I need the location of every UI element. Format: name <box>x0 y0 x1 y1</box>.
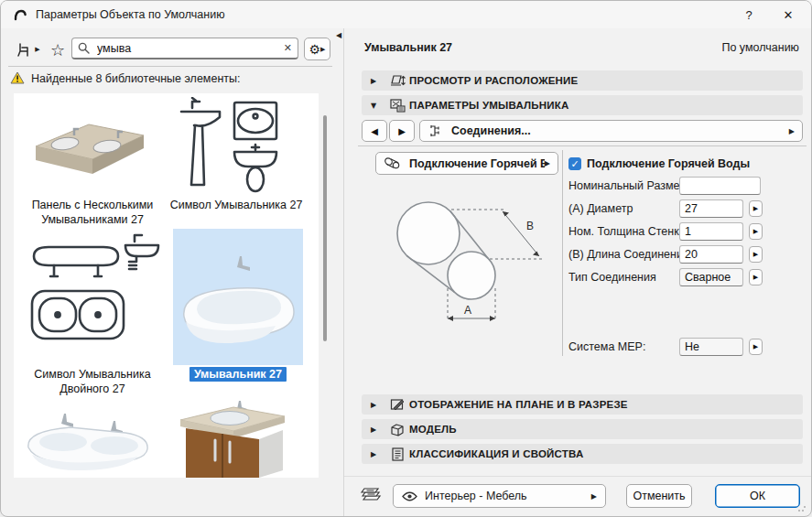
flyout-arrow-icon: ▶ <box>545 159 550 167</box>
search-input[interactable] <box>95 41 278 56</box>
prev-page-button[interactable]: ◀ <box>362 120 387 142</box>
hot-water-connection-button[interactable]: Подключение Горячей В... ▶ <box>375 152 558 175</box>
flyout-arrow-icon: ▶ <box>35 46 39 53</box>
mep-system-combo[interactable]: Не определ <box>679 338 743 356</box>
flyout-arrow-icon: ▶ <box>789 127 795 135</box>
connection-diagram: B A <box>387 186 552 339</box>
cancel-button[interactable]: Отменить <box>626 484 692 508</box>
list-item-label-selected[interactable]: Умывальник 27 <box>173 367 303 382</box>
title-bar: Параметры Объекта по Умолчанию ? ✕ <box>1 1 811 28</box>
object-settings-dialog: Параметры Объекта по Умолчанию ? ✕ ▶ ☆ ✕… <box>0 0 812 517</box>
hot-water-checkbox[interactable]: ✓ <box>568 157 581 170</box>
gear-icon: ⚙ <box>309 42 321 57</box>
search-field[interactable]: ✕ <box>71 38 298 59</box>
preview-position-icon <box>385 74 409 88</box>
help-button[interactable]: ? <box>733 3 764 27</box>
wall-thickness-input[interactable] <box>679 222 743 241</box>
layer-dropdown-label: Интерьер - Мебель <box>425 490 591 502</box>
layers-icon <box>359 487 383 503</box>
thumbnail-vanity-cabinet <box>175 400 288 478</box>
element-type-button[interactable]: ▶ <box>12 39 45 59</box>
connection-length-flyout-button[interactable]: ▶ <box>749 246 763 263</box>
section-sink-parameters[interactable]: ▼ ПАРАМЕТРЫ УМЫВАЛЬНИКА <box>362 95 803 115</box>
collapse-panel-icon[interactable]: ◀ <box>336 31 341 39</box>
warning-icon <box>10 71 25 84</box>
thumbnail-sink-3d <box>173 229 303 365</box>
list-item-selected[interactable] <box>173 229 303 365</box>
clear-search-icon[interactable]: ✕ <box>284 42 292 54</box>
thumbnail-sink-symbol <box>178 97 280 196</box>
parameters-icon <box>385 99 409 113</box>
panel-divider[interactable] <box>343 28 344 517</box>
parameter-page-label: Соединения... <box>451 124 789 137</box>
mep-system-label: Система MEP: <box>568 340 645 353</box>
field-label: (B) Длина Соединения <box>568 248 689 261</box>
next-page-button[interactable]: ▶ <box>389 120 415 142</box>
dim-label-b: B <box>526 220 534 232</box>
app-icon <box>14 8 27 22</box>
hot-water-checkbox-label[interactable]: Подключение Горячей Воды <box>587 157 750 170</box>
params-column-divider <box>562 150 563 356</box>
window-title: Параметры Объекта по Умолчанию <box>36 8 225 21</box>
default-mode-label: По умолчанию <box>721 41 799 54</box>
dim-label-a: A <box>464 304 471 317</box>
section-classification-properties[interactable]: ▶ КЛАССИФИКАЦИЯ И СВОЙСТВА <box>362 444 803 464</box>
list-item-label[interactable]: Панель с Несколькими Умывальниками 27 <box>19 198 166 227</box>
library-item-list[interactable]: Панель с Несколькими Умывальниками 27 Си… <box>14 93 319 478</box>
selected-object-title: Умывальник 27 <box>364 41 452 54</box>
params-separator <box>358 145 807 146</box>
list-scrollbar-thumb[interactable] <box>323 115 327 341</box>
pipe-connection-icon <box>384 157 402 169</box>
layer-dropdown[interactable]: Интерьер - Мебель ▶ <box>393 484 606 508</box>
nominal-size-input[interactable] <box>679 177 761 195</box>
connection-type-combo[interactable]: Сварное <box>679 268 743 286</box>
classification-icon <box>385 447 409 461</box>
favorites-button[interactable]: ☆ <box>47 38 69 61</box>
wall-thickness-flyout-button[interactable]: ▶ <box>749 223 763 240</box>
list-item[interactable] <box>21 231 163 363</box>
connection-length-input[interactable] <box>679 245 743 264</box>
chair-icon <box>16 42 32 58</box>
chevron-down-icon: ▼ <box>362 102 385 110</box>
section-floor-plan-section[interactable]: ▶ ОТОБРАЖЕНИЕ НА ПЛАНЕ И В РАЗРЕЗЕ <box>362 394 803 415</box>
footer-separator <box>344 476 812 477</box>
plan-section-icon <box>385 398 409 411</box>
ok-button[interactable]: ОК <box>715 484 800 508</box>
mep-system-flyout-button[interactable]: ▶ <box>749 339 763 355</box>
list-item[interactable] <box>175 400 288 478</box>
search-settings-button[interactable]: ⚙ ▶ <box>304 38 330 60</box>
search-icon <box>78 42 90 54</box>
chevron-right-icon: ▶ <box>362 401 385 409</box>
list-item-label[interactable]: Символ Умывальника 27 <box>168 198 305 212</box>
chevron-right-icon: ▶ <box>362 450 385 458</box>
results-count-text: Найденные 8 библиотечные элементы: <box>31 72 240 85</box>
connection-button-label: Подключение Горячей В... <box>409 157 545 170</box>
section-preview-position[interactable]: ▶ ПРОСМОТР И РАСПОЛОЖЕНИЕ <box>362 70 803 91</box>
close-button[interactable]: ✕ <box>773 3 804 27</box>
diameter-flyout-button[interactable]: ▶ <box>749 200 763 217</box>
chevron-right-icon: ▶ <box>362 425 385 434</box>
field-label: Номинальный Размер <box>568 179 687 192</box>
list-item-label[interactable]: Символ Умывальника Двойного 27 <box>19 367 166 396</box>
field-label: Тип Соединения <box>568 271 656 284</box>
flyout-arrow-icon: ▶ <box>591 492 597 501</box>
section-model[interactable]: ▶ МОДЕЛЬ <box>362 419 803 439</box>
list-item[interactable] <box>27 99 150 196</box>
connection-type-flyout-button[interactable]: ▶ <box>749 269 763 285</box>
diameter-input[interactable] <box>679 199 743 218</box>
search-separator <box>8 66 332 67</box>
thumbnail-double-sink-symbol <box>21 231 163 363</box>
chevron-right-icon: ▶ <box>362 77 385 85</box>
pipe-fitting-icon <box>428 124 444 137</box>
thumbnail-panel-multi-basin <box>27 99 150 196</box>
eye-icon <box>402 491 417 501</box>
parameter-page-dropdown[interactable]: Соединения... ▶ <box>419 120 803 142</box>
field-label: (A) Диаметр <box>568 202 633 215</box>
field-label: Ном. Толщина Стенки <box>568 225 686 238</box>
flyout-arrow-icon: ▶ <box>320 46 325 53</box>
thumbnail-double-sink-3d <box>23 400 156 478</box>
list-item[interactable] <box>23 400 156 478</box>
resize-grip[interactable] <box>797 503 807 512</box>
list-item[interactable] <box>178 97 280 196</box>
model-icon <box>385 423 409 436</box>
